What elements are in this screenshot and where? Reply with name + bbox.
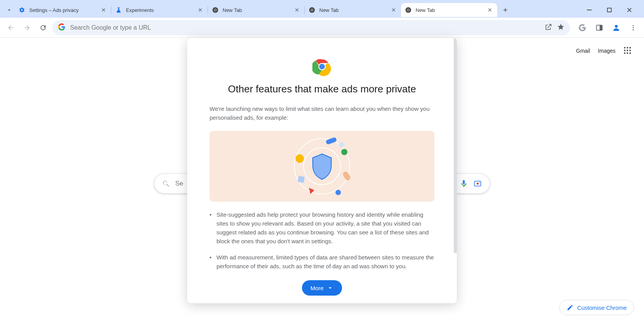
bookmark-icon[interactable] — [557, 23, 565, 32]
side-panel-button[interactable] — [592, 21, 606, 35]
bullet-site-suggested-ads: Site-suggested ads help protect your bro… — [216, 210, 434, 246]
more-button[interactable]: More — [302, 280, 342, 296]
tab-new-tab-active[interactable]: New Tab ✕ — [401, 3, 497, 17]
voice-search-icon[interactable] — [460, 179, 468, 188]
reload-icon — [39, 24, 47, 32]
svg-point-28 — [335, 190, 341, 195]
profile-button[interactable] — [609, 21, 623, 35]
bullet-ad-measurement: With ad measurement, limited types of da… — [216, 253, 434, 271]
svg-point-5 — [311, 9, 313, 11]
google-g-icon — [58, 23, 65, 32]
svg-point-15 — [633, 27, 634, 28]
tab-strip: Settings – Ads privacy ✕ Experiments ✕ N… — [0, 0, 644, 18]
arrow-right-icon — [23, 24, 31, 32]
svg-rect-10 — [607, 8, 611, 12]
svg-rect-30 — [298, 176, 305, 183]
privacy-illustration — [210, 131, 434, 202]
close-window-button[interactable] — [622, 4, 637, 16]
close-icon[interactable]: ✕ — [486, 7, 493, 13]
google-g-icon — [579, 24, 586, 32]
plus-icon — [502, 7, 508, 13]
gear-icon — [18, 7, 25, 13]
top-links: Gmail Images — [576, 46, 632, 55]
svg-rect-29 — [342, 171, 351, 181]
close-icon[interactable]: ✕ — [100, 7, 107, 13]
share-icon[interactable] — [545, 23, 552, 32]
search-icon — [162, 180, 170, 187]
flask-icon — [115, 7, 122, 13]
svg-point-18 — [476, 182, 479, 185]
customise-label: Customise Chrome — [577, 304, 627, 311]
minimize-icon — [587, 8, 592, 12]
tab-experiments[interactable]: Experiments ✕ — [111, 3, 208, 17]
tabs-dropdown[interactable] — [4, 5, 15, 15]
gmail-link[interactable]: Gmail — [576, 48, 590, 54]
modal-bullets: Site-suggested ads help protect your bro… — [210, 210, 434, 271]
svg-rect-12 — [600, 25, 602, 30]
side-panel-icon — [595, 24, 603, 32]
svg-point-14 — [633, 25, 634, 26]
close-icon — [627, 7, 632, 13]
chevron-down-icon — [6, 7, 12, 13]
close-icon[interactable]: ✕ — [293, 7, 300, 13]
close-icon[interactable]: ✕ — [390, 7, 397, 13]
modal-footer: More — [187, 273, 457, 303]
ads-privacy-modal: Other features that make ads more privat… — [187, 38, 457, 303]
customise-chrome-button[interactable]: Customise Chrome — [559, 300, 634, 315]
close-icon[interactable]: ✕ — [197, 7, 204, 13]
svg-rect-9 — [587, 10, 592, 10]
profile-icon — [612, 23, 621, 32]
more-button-label: More — [310, 285, 324, 291]
chrome-icon — [405, 7, 412, 13]
toolbar — [0, 18, 644, 38]
omnibox[interactable] — [52, 20, 570, 35]
chrome-logo-icon — [312, 57, 332, 76]
kebab-icon — [630, 24, 637, 31]
menu-button[interactable] — [626, 21, 640, 35]
svg-rect-31 — [339, 141, 345, 148]
svg-point-2 — [215, 9, 216, 11]
omnibox-input[interactable] — [70, 24, 540, 31]
svg-rect-25 — [325, 137, 337, 145]
tab-title: New Tab — [416, 7, 483, 13]
tab-new-tab[interactable]: New Tab ✕ — [208, 3, 304, 17]
svg-point-27 — [295, 154, 304, 163]
tab-title: Settings – Ads privacy — [29, 7, 96, 13]
modal-intro: We're launching new ways to limit what s… — [210, 104, 434, 122]
modal-heading: Other features that make ads more privat… — [210, 83, 434, 95]
svg-point-8 — [408, 9, 409, 11]
images-link[interactable]: Images — [598, 48, 615, 54]
tab-new-tab[interactable]: New Tab ✕ — [305, 3, 401, 17]
maximize-button[interactable] — [602, 4, 617, 16]
google-apps-button[interactable] — [575, 21, 589, 35]
tab-settings-ads-privacy[interactable]: Settings – Ads privacy ✕ — [15, 3, 111, 17]
apps-grid-icon[interactable] — [623, 46, 632, 55]
svg-point-19 — [479, 182, 480, 182]
lens-icon[interactable] — [473, 179, 482, 188]
svg-point-16 — [633, 29, 634, 30]
tab-title: Experiments — [126, 7, 193, 13]
window-controls — [582, 4, 641, 16]
forward-button[interactable] — [20, 21, 34, 35]
new-tab-button[interactable] — [500, 4, 511, 16]
svg-point-13 — [615, 25, 617, 27]
tab-title: New Tab — [319, 7, 386, 13]
chrome-icon — [309, 7, 315, 13]
chrome-icon — [212, 7, 219, 13]
arrow-left-icon — [7, 24, 15, 32]
back-button[interactable] — [4, 21, 18, 35]
tab-title: New Tab — [223, 7, 290, 13]
svg-point-26 — [341, 149, 347, 155]
chevron-down-icon — [327, 284, 334, 291]
reload-button[interactable] — [36, 21, 50, 35]
minimize-button[interactable] — [582, 4, 597, 16]
pencil-icon — [567, 304, 574, 311]
maximize-icon — [607, 8, 612, 12]
